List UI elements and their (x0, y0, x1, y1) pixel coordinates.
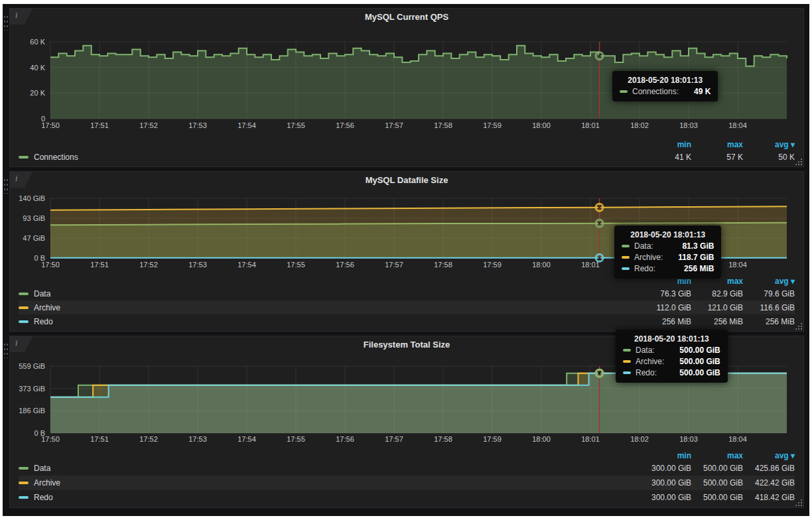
x-axis-tick-label: 17:53 (188, 261, 207, 269)
series-color-dash-icon (622, 267, 630, 270)
legend-header-avg[interactable]: avg ▾ (743, 451, 795, 460)
x-axis-tick-label: 18:01 (581, 435, 600, 443)
tooltip-series-value: 49 K (683, 87, 710, 96)
graph-tooltip: 2018-05-20 18:01:13Data:500.00 GiBArchiv… (616, 330, 728, 383)
legend-value-avg: 422.42 GiB (743, 478, 795, 487)
x-axis-tick-label: 18:02 (630, 121, 649, 129)
y-axis-tick-label: 373 GiB (19, 385, 45, 393)
x-axis-tick-label: 17:50 (41, 261, 60, 269)
series-color-dash-icon (622, 245, 630, 247)
panel-drag-handle[interactable] (3, 342, 9, 358)
legend-series-toggle-archive[interactable]: Archive (19, 303, 640, 312)
x-axis-tick-label: 17:52 (139, 261, 158, 269)
x-axis-tick-label: 18:00 (532, 121, 551, 129)
legend-value-min: 300.00 GiB (640, 478, 691, 487)
tooltip-series-name: Data: (636, 346, 655, 355)
x-axis-tick-label: 17:57 (385, 261, 403, 269)
x-axis-tick-label: 17:56 (336, 121, 354, 129)
x-axis-tick-label: 17:54 (237, 121, 256, 129)
tooltip-series-value: 81.3 GiB (671, 241, 714, 251)
panel-title[interactable]: MySQL Datafile Size (10, 172, 803, 189)
y-axis-tick-label: 186 GiB (19, 407, 45, 415)
x-axis-tick-label: 17:55 (287, 435, 305, 443)
legend-value-min: 300.00 GiB (640, 464, 691, 473)
x-axis-tick-label: 18:04 (728, 121, 747, 129)
legend-row-data: Data300.00 GiB500.00 GiB425.86 GiB (19, 461, 795, 476)
legend-header-row: minmaxavg ▾ (19, 450, 795, 461)
legend-value-avg: 79.6 GiB (743, 289, 795, 298)
x-axis-tick-label: 17:58 (434, 435, 452, 443)
x-axis-tick-label: 17:59 (483, 261, 502, 269)
legend: minmaxavg ▾Connections41 K57 K50 K (10, 139, 803, 166)
series-color-dash-icon (623, 360, 631, 363)
legend: minmaxavg ▾Data76.3 GiB82.9 GiB79.6 GiBA… (10, 276, 803, 331)
y-axis-tick-label: 140 GiB (19, 194, 45, 202)
legend-row-data: Data76.3 GiB82.9 GiB79.6 GiB (19, 287, 795, 300)
series-color-dash-icon (622, 256, 630, 259)
tooltip-row-data: Data:500.00 GiB (623, 346, 720, 355)
x-axis-tick-label: 17:52 (139, 435, 158, 443)
panel-drag-handle[interactable] (3, 178, 9, 194)
series-color-dash-icon (19, 496, 29, 499)
tooltip-row-data: Data:81.3 GiB (622, 241, 714, 251)
tooltip-series-name: Archive: (636, 357, 664, 366)
legend-header-min[interactable]: min (640, 451, 691, 460)
legend-series-toggle-data[interactable]: Data (19, 289, 640, 298)
x-axis-tick-label: 17:57 (385, 121, 403, 129)
x-axis-tick-label: 18:04 (728, 435, 747, 443)
legend-value-min: 112.0 GiB (640, 303, 691, 312)
x-axis-tick-label: 18:00 (532, 261, 551, 269)
crosshair-point-center (598, 54, 601, 57)
tooltip-row-archive: Archive:118.7 GiB (622, 253, 714, 262)
x-axis-tick-label: 18:03 (679, 435, 698, 443)
y-axis-tick-label: 40 K (30, 64, 45, 72)
tooltip-series-value: 256 MiB (673, 264, 714, 273)
graph-tooltip: 2018-05-20 18:01:13Data:81.3 GiBArchive:… (614, 226, 721, 279)
legend-series-toggle-data[interactable]: Data (19, 464, 640, 473)
panel-title[interactable]: MySQL Current QPS (10, 9, 803, 26)
crosshair-point-center (598, 206, 601, 209)
legend-value-max: 500.00 GiB (691, 464, 743, 473)
legend-header-max[interactable]: max (691, 140, 743, 149)
legend-value-max: 82.9 GiB (691, 289, 743, 298)
x-axis-tick-label: 18:01 (581, 121, 600, 129)
legend-header-avg[interactable]: avg ▾ (743, 140, 795, 149)
tooltip-row-redo: Redo:256 MiB (622, 264, 714, 273)
legend-series-toggle-connections[interactable]: Connections (19, 153, 640, 162)
legend-series-toggle-redo[interactable]: Redo (19, 317, 640, 326)
legend-value-max: 121.0 GiB (691, 303, 743, 312)
x-axis-tick-label: 18:01 (581, 261, 600, 269)
tooltip-timestamp: 2018-05-20 18:01:13 (620, 76, 710, 85)
x-axis-tick-label: 17:51 (90, 261, 109, 269)
tooltip-series-value: 500.00 GiB (669, 357, 720, 366)
legend-row-connections: Connections41 K57 K50 K (19, 151, 795, 164)
y-axis-tick-label: 559 GiB (19, 362, 45, 370)
x-axis-tick-label: 17:55 (287, 261, 305, 269)
x-axis-tick-label: 18:00 (532, 435, 551, 443)
legend-value-max: 256 MiB (691, 317, 743, 326)
x-axis-tick-label: 18:03 (679, 121, 698, 129)
legend-value-avg: 256 MiB (743, 317, 795, 326)
x-axis-tick-label: 17:56 (336, 261, 354, 269)
legend-header-min[interactable]: min (640, 140, 691, 149)
legend-value-min: 256 MiB (640, 317, 691, 326)
legend-header-avg[interactable]: avg ▾ (743, 277, 795, 286)
legend-series-toggle-redo[interactable]: Redo (19, 493, 640, 502)
tooltip-series-name: Data: (634, 241, 653, 251)
tooltip-series-value: 500.00 GiB (669, 368, 720, 377)
legend-row-redo: Redo300.00 GiB500.00 GiB418.42 GiB (19, 490, 795, 505)
legend-header-max[interactable]: max (691, 451, 743, 460)
x-axis-tick-label: 17:58 (434, 121, 452, 129)
series-color-dash-icon (19, 467, 29, 470)
legend-value-min: 41 K (640, 153, 691, 162)
tooltip-series-name: Redo: (634, 264, 655, 273)
tooltip-series-name: Archive: (634, 253, 663, 262)
legend-row-archive: Archive112.0 GiB121.0 GiB116.6 GiB (19, 300, 795, 314)
series-color-dash-icon (623, 371, 631, 374)
x-axis-tick-label: 17:51 (90, 121, 109, 129)
legend-series-toggle-archive[interactable]: Archive (19, 478, 640, 487)
panel-drag-handle[interactable] (3, 15, 9, 31)
y-axis-tick-label: 47 GiB (23, 234, 45, 242)
y-axis-tick-label: 93 GiB (23, 214, 45, 222)
series-color-dash-icon (620, 90, 628, 93)
